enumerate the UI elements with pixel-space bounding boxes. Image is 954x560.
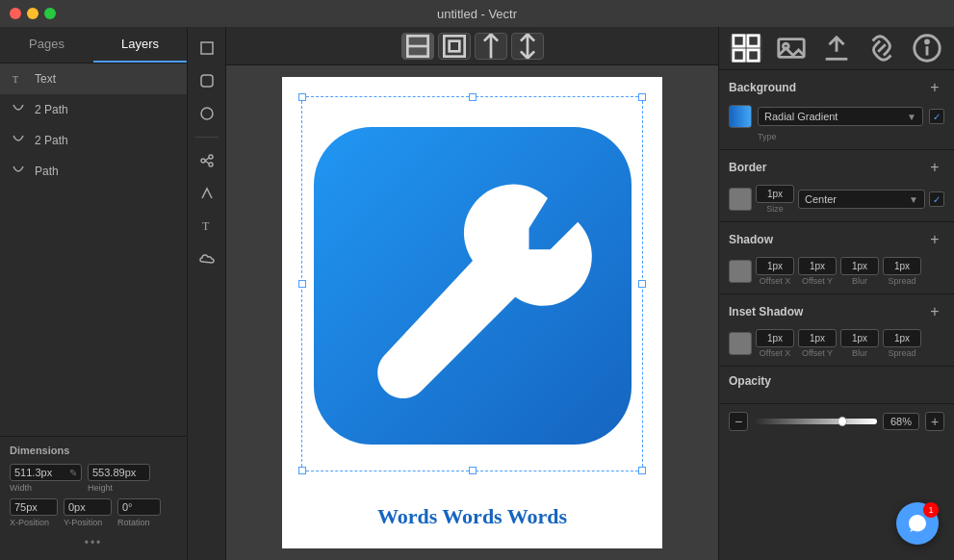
inset-shadow-color-swatch[interactable] (729, 332, 752, 355)
layer-label-text: Text (35, 72, 56, 86)
shadow-offset-x-input[interactable] (756, 257, 794, 275)
layer-item-path1[interactable]: 2 Path (0, 94, 187, 125)
border-color-swatch[interactable] (729, 188, 752, 211)
height-label: Height (88, 483, 150, 493)
canvas-tool-2[interactable] (438, 33, 471, 60)
svg-rect-13 (449, 40, 459, 51)
shadow-blur-input[interactable] (840, 257, 879, 275)
shadow-offset-y-input[interactable] (798, 257, 837, 275)
opacity-thumb (838, 417, 847, 426)
rp-tab-grid[interactable] (730, 35, 762, 62)
pen-tool[interactable] (193, 180, 220, 207)
dimensions-panel: Dimensions 511.3px ✎ Width 553.89px Heig… (0, 436, 187, 560)
dimensions-title: Dimensions (10, 445, 177, 456)
opacity-header: Opacity (729, 374, 944, 388)
height-input[interactable]: 553.89px (92, 467, 145, 478)
inset-blur-input[interactable] (840, 329, 879, 347)
rotation-input[interactable]: 0° (122, 501, 156, 513)
border-checkbox[interactable]: ✓ (929, 191, 944, 207)
svg-point-5 (209, 155, 213, 159)
background-color-swatch[interactable] (729, 105, 752, 128)
inset-shadow-section: Inset Shadow + Offset X Offset Y Blur (719, 294, 954, 367)
shadow-section: Shadow + Offset X Offset Y Blur (719, 222, 954, 294)
opacity-section: Opacity (719, 367, 954, 404)
rp-tab-link[interactable] (865, 35, 898, 62)
maximize-button[interactable] (44, 8, 56, 19)
layer-label-path3: Path (35, 165, 59, 178)
svg-point-6 (209, 163, 213, 166)
panel-tabs: Pages Layers (0, 27, 187, 64)
path-icon-3 (10, 163, 27, 180)
tab-pages[interactable]: Pages (0, 27, 93, 63)
background-add-button[interactable]: + (925, 78, 944, 97)
shadow-add-button[interactable]: + (925, 230, 944, 249)
opacity-title: Opacity (729, 374, 771, 388)
more-options[interactable]: ••• (10, 533, 177, 552)
canvas-tool-1[interactable] (401, 33, 434, 60)
width-input[interactable]: 511.3px (14, 467, 67, 478)
path-icon-1 (10, 101, 27, 118)
svg-rect-23 (747, 36, 758, 46)
canvas-tool-4[interactable] (511, 33, 544, 60)
layer-item-path2[interactable]: 2 Path (0, 125, 187, 156)
left-toolbar: T (188, 27, 226, 560)
circle-tool[interactable] (193, 100, 220, 127)
inset-shadow-add-button[interactable]: + (925, 302, 944, 321)
shadow-spread-input[interactable] (883, 257, 921, 275)
dropdown-arrow-icon: ▼ (907, 112, 916, 122)
opacity-plus-button[interactable]: + (925, 412, 944, 431)
app-icon (314, 127, 632, 445)
inset-blur-label: Blur (852, 348, 867, 358)
text-icon: T (10, 70, 27, 88)
shadow-color-swatch[interactable] (729, 260, 752, 283)
inset-spread-input[interactable] (883, 329, 921, 347)
transform-tool[interactable] (193, 147, 220, 174)
width-edit-icon[interactable]: ✎ (69, 468, 77, 478)
gradient-type-dropdown[interactable]: Radial Gradient ▼ (758, 107, 923, 126)
y-input[interactable]: 0px (68, 501, 107, 513)
width-field: 511.3px ✎ Width (10, 464, 82, 493)
rp-tab-info[interactable] (911, 35, 943, 62)
opacity-row: − 68% + (719, 404, 954, 439)
close-button[interactable] (10, 8, 21, 19)
svg-point-31 (926, 40, 929, 43)
svg-rect-2 (201, 75, 213, 87)
canvas-tool-3[interactable] (475, 33, 507, 60)
minimize-button[interactable] (27, 8, 39, 19)
layer-item-path3[interactable]: Path (0, 156, 187, 187)
chat-button[interactable]: 1 (896, 502, 939, 545)
inset-offset-y-label: Offset Y (802, 348, 833, 358)
inset-offset-x-input[interactable] (756, 329, 794, 347)
shadow-checkbox[interactable] (925, 264, 941, 279)
cloud-tool[interactable] (193, 245, 220, 272)
height-field: 553.89px Height (88, 464, 150, 493)
opacity-value: 68% (883, 413, 919, 430)
background-header: Background + (729, 78, 944, 97)
text-tool[interactable]: T (193, 213, 220, 240)
rotation-label: Rotation (117, 518, 161, 527)
svg-rect-24 (733, 50, 743, 61)
select-tool[interactable] (193, 35, 220, 62)
chat-badge: 1 (923, 502, 939, 518)
rp-tab-image[interactable] (775, 35, 808, 62)
background-checkbox[interactable]: ✓ (929, 109, 944, 124)
rp-tab-export[interactable] (820, 35, 853, 62)
canvas-area: Words Words Words (226, 27, 718, 560)
layer-item-text[interactable]: T Text (0, 64, 187, 94)
border-size-input[interactable] (756, 185, 794, 203)
toolbar-separator-1 (195, 137, 219, 138)
rounded-rect-tool[interactable] (193, 67, 220, 94)
chat-icon (907, 513, 928, 534)
x-input[interactable]: 75px (14, 501, 53, 513)
inset-offset-y-input[interactable] (798, 329, 837, 347)
opacity-slider[interactable] (754, 419, 877, 424)
svg-rect-22 (733, 36, 743, 46)
border-position-dropdown[interactable]: Center ▼ (798, 190, 925, 209)
opacity-minus-button[interactable]: − (729, 412, 748, 431)
border-section: Border + Size Center ▼ ✓ (719, 150, 954, 222)
tab-layers[interactable]: Layers (93, 27, 187, 63)
border-add-button[interactable]: + (925, 158, 944, 177)
gradient-type-label: Radial Gradient (764, 111, 838, 122)
inset-shadow-checkbox[interactable] (925, 336, 941, 351)
svg-rect-12 (444, 36, 464, 56)
